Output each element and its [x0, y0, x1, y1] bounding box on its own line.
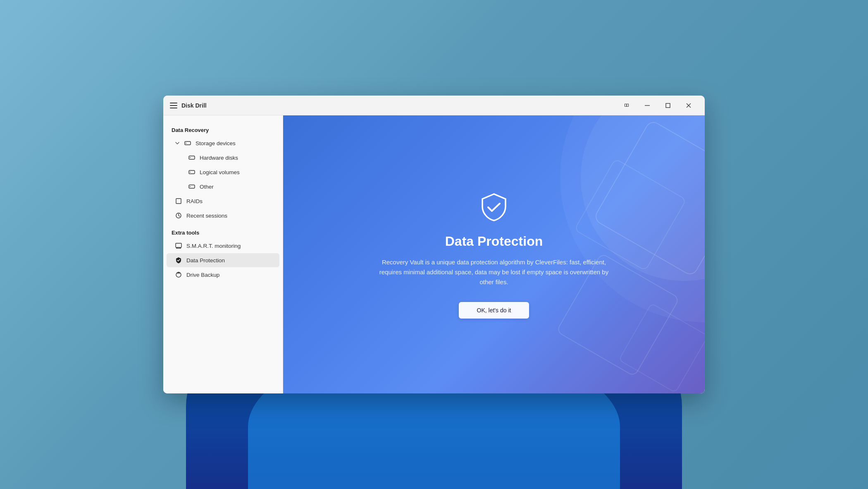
main-content: Data Recovery Storage devices [163, 115, 705, 393]
sidebar-item-data-protection[interactable]: Data Protection [167, 253, 279, 267]
sidebar-item-drive-backup[interactable]: Drive Backup [167, 268, 279, 282]
sidebar-item-storage-devices[interactable]: Storage devices [167, 136, 279, 150]
svg-point-9 [190, 172, 191, 173]
sidebar-item-raids[interactable]: RAIDs [167, 194, 279, 208]
sidebar-item-smart-monitoring[interactable]: S.M.A.R.T. monitoring [167, 239, 279, 253]
drive-backup-label: Drive Backup [186, 272, 219, 278]
smart-monitoring-label: S.M.A.R.T. monitoring [186, 243, 241, 249]
logical-volumes-label: Logical volumes [200, 169, 240, 175]
app-window: Disk Drill Data Recovery [163, 96, 705, 393]
sidebar-item-logical-volumes[interactable]: Logical volumes [167, 165, 279, 179]
svg-point-5 [186, 143, 186, 144]
panel-description: Recovery Vault is a unique data protecti… [378, 257, 610, 287]
storage-devices-label: Storage devices [196, 140, 236, 146]
hamburger-menu-icon[interactable] [170, 103, 177, 108]
title-bar-left: Disk Drill [170, 102, 617, 109]
recent-sessions-label: Recent sessions [186, 213, 227, 219]
data-protection-label: Data Protection [186, 257, 225, 264]
section-data-recovery: Data Recovery [163, 124, 283, 136]
svg-rect-14 [176, 243, 181, 247]
other-label: Other [200, 184, 214, 190]
chevron-down-icon [175, 141, 180, 146]
logical-volumes-icon [188, 168, 196, 176]
svg-rect-1 [666, 103, 670, 108]
storage-icon [184, 139, 191, 147]
other-disk-icon [188, 183, 196, 190]
hardware-disk-icon [188, 154, 196, 161]
ok-button[interactable]: OK, let's do it [459, 302, 529, 319]
svg-point-11 [190, 186, 191, 187]
book-button[interactable] [617, 99, 636, 112]
main-panel: Data Protection Recovery Vault is a uniq… [283, 115, 705, 393]
section-extra-tools: Extra tools [163, 223, 283, 238]
maximize-button[interactable] [658, 99, 677, 112]
data-protection-icon [175, 256, 182, 264]
title-bar-controls [617, 99, 698, 112]
raids-label: RAIDs [186, 198, 203, 204]
sidebar: Data Recovery Storage devices [163, 115, 283, 393]
close-button[interactable] [679, 99, 698, 112]
shield-check-icon [477, 191, 510, 224]
raids-icon [175, 197, 182, 205]
smart-monitoring-icon [175, 242, 182, 249]
recent-sessions-icon [175, 212, 182, 219]
svg-rect-12 [176, 199, 181, 204]
sidebar-item-hardware-disks[interactable]: Hardware disks [167, 151, 279, 165]
sidebar-item-recent-sessions[interactable]: Recent sessions [167, 209, 279, 223]
title-bar: Disk Drill [163, 96, 705, 115]
minimize-button[interactable] [638, 99, 657, 112]
hardware-disks-label: Hardware disks [200, 155, 238, 161]
panel-title: Data Protection [445, 234, 543, 249]
app-title: Disk Drill [181, 102, 207, 109]
panel-content: Data Protection Recovery Vault is a uniq… [353, 191, 634, 319]
svg-point-7 [190, 157, 191, 158]
drive-backup-icon [175, 271, 182, 278]
sidebar-item-other[interactable]: Other [167, 180, 279, 194]
